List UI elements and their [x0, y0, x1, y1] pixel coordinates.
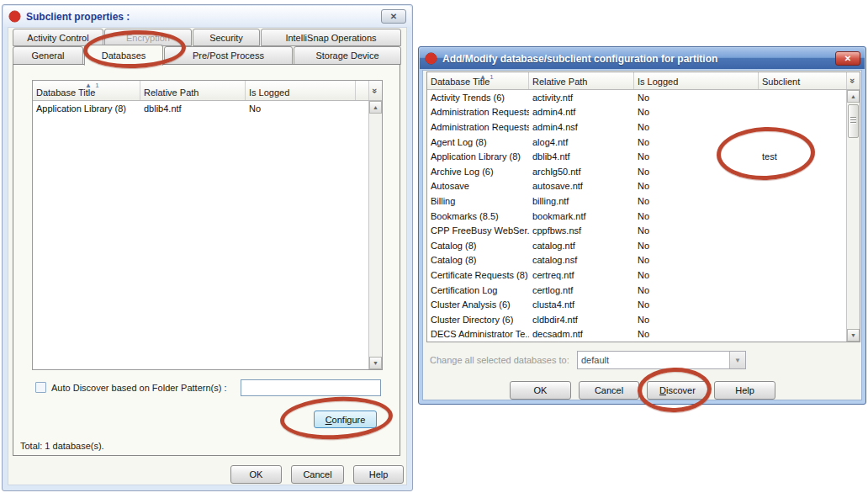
- table-row[interactable]: Catalog (8)catalog.ntfNo: [427, 238, 846, 253]
- table-row[interactable]: Cluster Analysis (6)clusta4.ntfNo: [427, 297, 846, 312]
- table-row[interactable]: Activity Trends (6)activity.ntfNo: [427, 90, 846, 105]
- column-chooser-button[interactable]: »: [368, 81, 382, 100]
- table-cell: Catalog (8): [427, 255, 529, 265]
- table-cell: No: [634, 285, 759, 295]
- tab-general[interactable]: General: [13, 46, 83, 65]
- table-row[interactable]: Autosaveautosave.ntfNo: [427, 179, 846, 194]
- chevron-down-icon: ▼: [729, 352, 745, 368]
- table-cell: Autosave: [427, 181, 529, 191]
- dropdown-value: default: [578, 355, 729, 365]
- subclient-dropdown[interactable]: default ▼: [577, 351, 746, 369]
- table-row[interactable]: CPP FreeBusy WebSer...cppfbws.nsfNo: [427, 223, 846, 238]
- table-cell: No: [634, 107, 759, 117]
- table-cell: cppfbws.nsf: [529, 225, 634, 236]
- scroll-up-icon[interactable]: ▲: [369, 101, 382, 114]
- column-header-relative-path[interactable]: Relative Path: [140, 81, 246, 100]
- app-logo-icon: [425, 52, 437, 65]
- tab-storage-device[interactable]: Storage Device: [294, 46, 401, 65]
- table-cell: No: [634, 255, 759, 265]
- table-row[interactable]: Cluster Directory (6)cldbdir4.ntfNo: [427, 312, 846, 327]
- table-row[interactable]: Billingbilling.ntfNo: [427, 193, 846, 209]
- auto-discover-label: Auto Discover based on Folder Pattern(s)…: [51, 383, 226, 393]
- table-header-row: ▲ 1 Database Title Relative Path Is Logg…: [427, 72, 860, 90]
- total-label: Total: 1 database(s).: [20, 441, 104, 451]
- table-cell: certreq.ntf: [529, 270, 634, 280]
- tab-security[interactable]: Security: [193, 29, 260, 46]
- scroll-up-icon[interactable]: ▲: [847, 90, 860, 103]
- vertical-scrollbar[interactable]: ▲ ▼: [846, 90, 860, 342]
- table-cell: No: [634, 196, 759, 206]
- double-chevron-icon: »: [371, 87, 381, 93]
- close-icon[interactable]: ✕: [381, 9, 406, 24]
- table-row[interactable]: DECS Administrator Te...decsadm.ntfNo: [427, 327, 846, 342]
- table-row[interactable]: Bookmarks (8.5)bookmark.ntfNo: [427, 209, 846, 224]
- table-cell: No: [634, 181, 759, 191]
- table-cell: Cluster Directory (6): [427, 315, 529, 325]
- table-cell: catalog.nsf: [529, 255, 634, 265]
- table-row[interactable]: Certification Logcertlog.ntfNo: [427, 283, 846, 298]
- scroll-down-icon[interactable]: ▼: [369, 357, 382, 369]
- table-cell: Cluster Analysis (6): [427, 299, 529, 310]
- column-header-subclient[interactable]: Subclient: [759, 72, 846, 89]
- scrollbar-thumb[interactable]: [848, 104, 859, 138]
- column-header-relative-path[interactable]: Relative Path: [529, 72, 634, 89]
- folder-pattern-input[interactable]: [241, 379, 381, 396]
- table-cell: Administration Requests: [427, 107, 529, 117]
- table-row[interactable]: Catalog (8)catalog.nsfNo: [427, 253, 846, 268]
- table-cell: certlog.ntf: [529, 285, 634, 295]
- table-cell: Archive Log (6): [427, 167, 529, 177]
- table-cell: archlg50.ntf: [529, 167, 634, 177]
- table-cell: Certificate Requests (8): [427, 270, 529, 280]
- table-cell: autosave.ntf: [529, 181, 634, 191]
- column-header-database-title[interactable]: ▲ 1 Database Title: [427, 72, 529, 89]
- column-header-is-logged[interactable]: Is Logged: [246, 81, 356, 100]
- ok-button[interactable]: OK: [230, 465, 282, 484]
- tab-intellisnap-operations[interactable]: IntelliSnap Operations: [261, 29, 401, 46]
- table-cell: No: [634, 241, 759, 251]
- table-cell: No: [634, 315, 759, 325]
- table-cell: dblib4.ntf: [529, 151, 634, 162]
- table-cell: No: [634, 93, 759, 103]
- table-cell: Application Library (8): [427, 151, 529, 162]
- title-bar[interactable]: Subclient properties : ✕: [3, 6, 411, 27]
- table-row[interactable]: Administration Requestsadmin4.ntfNo: [427, 105, 846, 120]
- scroll-down-icon[interactable]: ▼: [847, 329, 860, 342]
- column-chooser-button[interactable]: »: [846, 72, 860, 89]
- table-cell: Agent Log (8): [427, 137, 529, 147]
- table-cell: bookmark.ntf: [529, 211, 634, 221]
- sort-indicator: ▲ 1: [85, 82, 100, 89]
- table-cell: clusta4.ntf: [529, 299, 634, 310]
- help-button[interactable]: Help: [714, 381, 775, 400]
- ok-button[interactable]: OK: [510, 381, 571, 400]
- screenshot-stage: Subclient properties : ✕ Activity Contro…: [0, 0, 868, 498]
- sort-indicator: ▲ 1: [479, 73, 495, 81]
- help-button[interactable]: Help: [353, 465, 404, 484]
- table-row[interactable]: Certificate Requests (8)certreq.ntfNo: [427, 268, 846, 283]
- dialog-title: Subclient properties :: [26, 11, 130, 23]
- table-cell: Billing: [427, 196, 529, 206]
- change-all-label: Change all selected databases to:: [430, 355, 569, 365]
- table-cell: Certification Log: [427, 285, 529, 295]
- table-cell: No: [246, 103, 356, 114]
- table-cell: alog4.ntf: [529, 137, 634, 147]
- table-cell: cldbdir4.ntf: [529, 315, 634, 325]
- table-cell: No: [634, 225, 759, 236]
- cancel-button[interactable]: Cancel: [579, 381, 639, 400]
- databases-table: ▲ 1 Database Title Relative Path Is Logg…: [32, 80, 383, 370]
- table-cell: No: [634, 329, 759, 339]
- column-header-database-title[interactable]: ▲ 1 Database Title: [33, 81, 140, 100]
- title-bar[interactable]: Add/Modify database/subclient configurat…: [420, 48, 865, 69]
- close-icon[interactable]: ✕: [835, 51, 860, 66]
- column-header-is-logged[interactable]: Is Logged: [634, 72, 759, 89]
- table-cell: Activity Trends (6): [427, 93, 529, 103]
- auto-discover-checkbox[interactable]: [35, 382, 46, 393]
- configuration-table: ▲ 1 Database Title Relative Path Is Logg…: [426, 72, 860, 342]
- dialog-title: Add/Modify database/subclient configurat…: [442, 53, 717, 65]
- cancel-button[interactable]: Cancel: [291, 465, 344, 484]
- table-cell: admin4.ntf: [529, 107, 634, 117]
- vertical-scrollbar[interactable]: ▲ ▼: [368, 101, 382, 369]
- table-row[interactable]: Application Library (8)dblib4.ntfNo: [33, 101, 368, 116]
- table-cell: No: [634, 211, 759, 221]
- table-cell: activity.ntf: [529, 93, 634, 103]
- table-cell: Bookmarks (8.5): [427, 211, 529, 221]
